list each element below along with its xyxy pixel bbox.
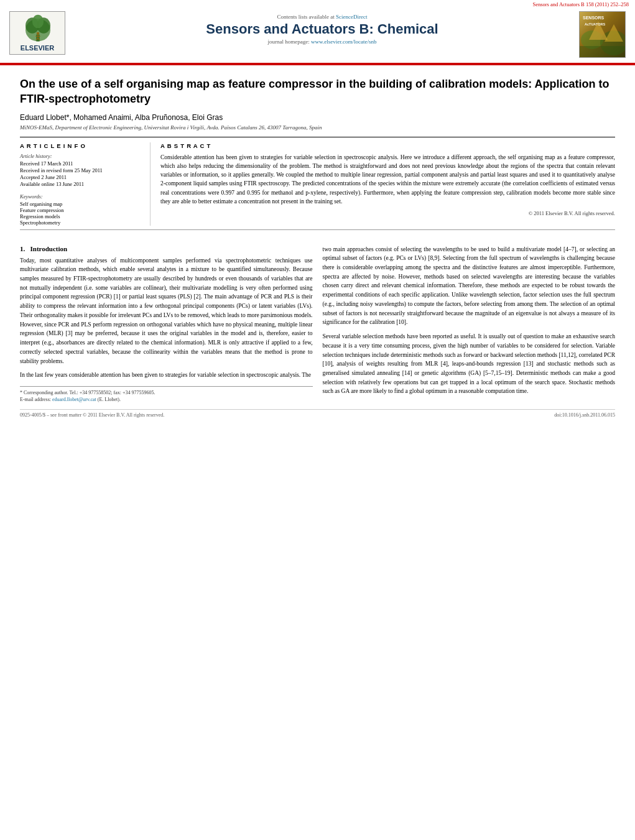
journal-homepage: journal homepage: www.elsevier.com/locat…	[75, 39, 570, 45]
received-2: Received in revised form 25 May 2011	[20, 167, 142, 173]
svg-text:SENSORS: SENSORS	[583, 16, 605, 20]
elsevier-tree-icon	[19, 13, 57, 44]
keyword-4: Spectrophotometry	[20, 219, 142, 226]
bottom-bar: 0925-4005/$ – see front matter © 2011 El…	[20, 409, 615, 418]
contents-line: Contents lists available at ScienceDirec…	[75, 14, 570, 20]
sensors-logo-graphic: SENSORS AcTUATORS	[580, 12, 625, 57]
right-para2: Several variable selection methods have …	[323, 332, 616, 396]
article-info-heading: A R T I C L E I N F O	[20, 142, 142, 149]
journal-info-center: Contents lists available at ScienceDirec…	[68, 11, 576, 45]
svg-text:AcTUATORS: AcTUATORS	[585, 22, 605, 26]
footnote-area: * Corresponding author. Tel.: +34 977558…	[20, 386, 313, 403]
email-suffix: (E. Llobet).	[98, 397, 121, 402]
keyword-2: Feature compression	[20, 207, 142, 213]
keywords-section: Keywords: Self organising map Feature co…	[20, 193, 142, 226]
abstract-section: A B S T R A C T Considerable attention h…	[160, 142, 615, 226]
history-label: Article history:	[20, 153, 142, 159]
right-para1: two main approaches consist of selecting…	[323, 245, 616, 327]
abstract-heading: A B S T R A C T	[160, 142, 615, 149]
main-content: 1. Introduction Today, most quantitative…	[20, 245, 615, 404]
abstract-paragraph: Considerable attention has been given to…	[160, 153, 615, 206]
authors-line: Eduard Llobet*, Mohamed Anaimi, Alba Pru…	[20, 113, 615, 122]
col-left: 1. Introduction Today, most quantitative…	[20, 245, 313, 404]
meta-text: Sensors and Actuators B 158 (2011) 252–2…	[532, 1, 629, 7]
available-online: Available online 13 June 2011	[20, 181, 142, 187]
elsevier-text: ELSEVIER	[21, 44, 54, 52]
abstract-text: Considerable attention has been given to…	[160, 153, 615, 218]
journal-meta: Sensors and Actuators B 158 (2011) 252–2…	[0, 0, 635, 9]
affiliation: MiNOS-EMaS, Department of Electronic Eng…	[20, 124, 615, 131]
authors-text: Eduard Llobet*, Mohamed Anaimi, Alba Pru…	[20, 113, 223, 122]
journal-title: Sensors and Actuators B: Chemical	[75, 21, 570, 37]
keyword-1: Self organising map	[20, 201, 142, 207]
svg-rect-16	[580, 46, 625, 57]
copyright: © 2011 Elsevier B.V. All rights reserved…	[160, 210, 615, 218]
issn-text: 0925-4005/$ – see front matter © 2011 El…	[20, 412, 164, 418]
article-info: A R T I C L E I N F O Article history: R…	[20, 142, 151, 226]
section1-para1: Today, most quantitative analyses of mul…	[20, 256, 313, 366]
journal-header: ELSEVIER Contents lists available at Sci…	[0, 9, 635, 63]
doi-text: doi:10.1016/j.snb.2011.06.015	[554, 412, 615, 418]
svg-point-5	[37, 32, 40, 35]
section1-para2: In the last few years considerable atten…	[20, 371, 313, 380]
keyword-3: Regression models	[20, 213, 142, 219]
footnote-email: E-mail address: eduard.llobet@urv.cat (E…	[20, 396, 313, 403]
sensors-actuators-logo: SENSORS AcTUATORS	[579, 11, 626, 58]
article-body: On the use of a self organising map as f…	[0, 65, 635, 428]
col-right: two main approaches consist of selecting…	[323, 245, 616, 404]
paper-title: On the use of a self organising map as f…	[20, 76, 615, 107]
email-label: E-mail address:	[20, 397, 51, 402]
svg-point-4	[32, 15, 44, 29]
footnote-star: * Corresponding author. Tel.: +34 977558…	[20, 389, 313, 396]
homepage-link[interactable]: www.elsevier.com/locate/snb	[311, 39, 376, 45]
sciencedirect-link[interactable]: ScienceDirect	[336, 14, 367, 20]
sensors-logo-container: SENSORS AcTUATORS	[576, 11, 629, 63]
info-abstract-section: A R T I C L E I N F O Article history: R…	[20, 137, 615, 226]
received-1: Received 17 March 2011	[20, 160, 142, 167]
elsevier-logo-container: ELSEVIER	[6, 11, 68, 60]
email-link[interactable]: eduard.llobet@urv.cat	[52, 397, 96, 402]
elsevier-logo: ELSEVIER	[9, 11, 65, 55]
accepted: Accepted 2 June 2011	[20, 174, 142, 180]
keywords-label: Keywords:	[20, 193, 142, 200]
section-number: 1.	[20, 245, 25, 252]
section1-title: 1. Introduction	[20, 245, 313, 252]
section-title-text: Introduction	[30, 245, 68, 252]
